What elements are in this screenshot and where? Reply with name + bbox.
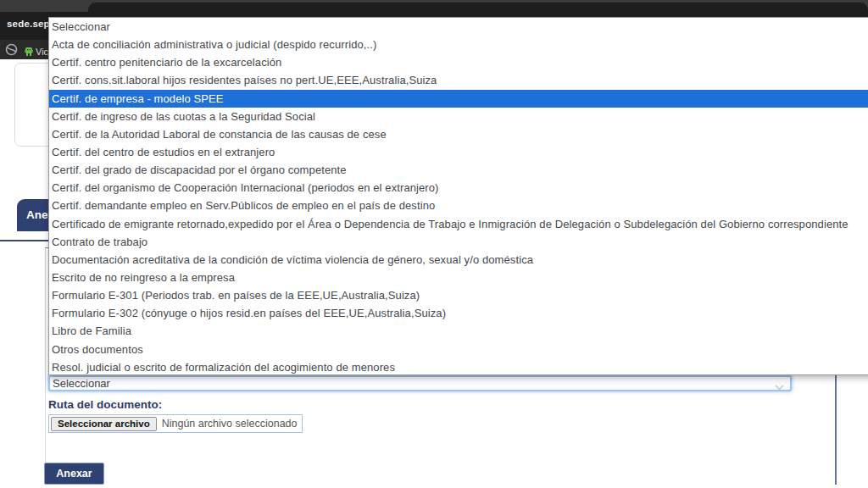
dropdown-option[interactable]: Certif. del grado de discapacidad por el… [49, 161, 868, 179]
dropdown-option[interactable]: Certif. del organismo de Cooperación Int… [49, 179, 868, 197]
dropdown-option[interactable]: Resol. judicial o escrito de formalizaci… [49, 358, 868, 375]
dropdown-option[interactable]: Formulario E-301 (Periodos trab. en país… [49, 286, 868, 304]
dropdown-option[interactable]: Seleccionar [49, 18, 868, 36]
choose-file-button[interactable]: Seleccionar archivo [51, 417, 157, 431]
document-type-select[interactable]: Seleccionar [48, 375, 792, 391]
anexar-button[interactable]: Anexar [44, 463, 104, 485]
dropdown-option[interactable]: Certif. de la Autoridad Laboral de const… [49, 125, 868, 143]
dropdown-option[interactable]: Certif. del centro de estudios en el ext… [49, 143, 868, 161]
dropdown-option[interactable]: Certif. centro penitenciario de la excar… [49, 53, 868, 71]
dropdown-option[interactable]: Documentación acreditativa de la condici… [49, 251, 868, 269]
dropdown-option[interactable]: Certif. de empresa - modelo SPEE [49, 90, 868, 108]
dropdown-option[interactable]: Formulario E-302 (cónyuge o hijos resid.… [49, 304, 868, 322]
dropdown-option[interactable]: Certif. cons.sit.laboral hijos residente… [49, 71, 868, 89]
browser-tab[interactable] [88, 3, 868, 12]
file-status-text: Ningún archivo seleccionado [162, 418, 298, 430]
bookmark-item[interactable]: Vic [36, 47, 48, 57]
dropdown-option[interactable]: Certif. demandante empleo en Serv.Públic… [49, 197, 868, 214]
select-value: Seleccionar [53, 377, 110, 390]
dropdown-option[interactable]: Contrato de trabajo [49, 233, 868, 251]
bookmark-favicon-icon[interactable] [24, 45, 34, 55]
dropdown-option[interactable]: Acta de conciliación administrativa o ju… [49, 36, 868, 53]
dropdown-option[interactable]: Libro de Familia [49, 322, 868, 340]
chevron-down-icon [775, 380, 784, 393]
dropdown-option[interactable]: Otros documentos [49, 341, 868, 358]
dropdown-option[interactable]: Escrito de no reingreso a la empresa [49, 269, 868, 286]
ruta-del-documento-label: Ruta del documento: [48, 398, 162, 411]
dropdown-option[interactable]: Certificado de emigrante retornado,exped… [49, 215, 868, 233]
file-input[interactable]: Seleccionar archivo Ningún archivo selec… [48, 414, 303, 433]
globe-icon[interactable] [5, 43, 18, 56]
dropdown-option[interactable]: Certif. de ingreso de las cuotas a la Se… [49, 108, 868, 125]
dropdown-list: SeleccionarActa de conciliación administ… [48, 17, 868, 375]
